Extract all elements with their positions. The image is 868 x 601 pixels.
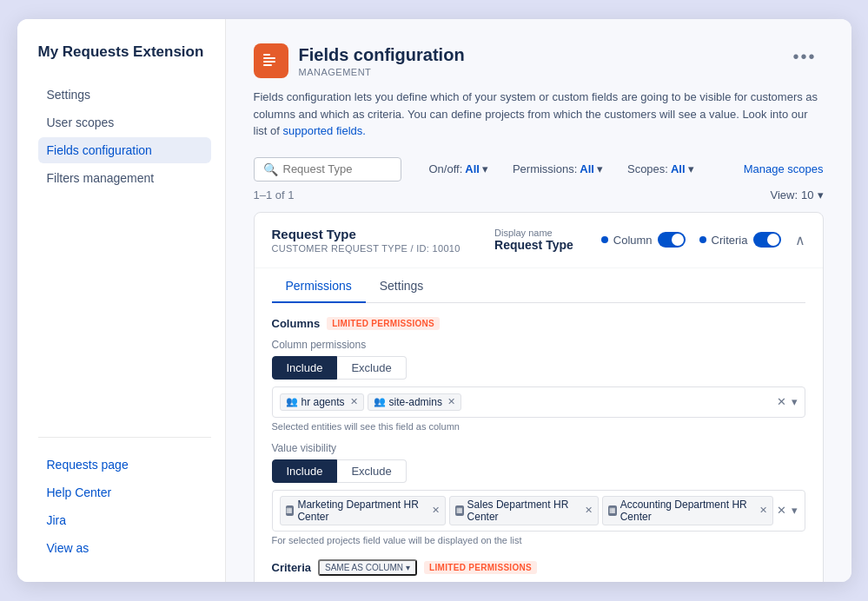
page-subtitle: MANAGEMENT xyxy=(299,67,465,77)
tag-site-admins: 👥 site-admins ✕ xyxy=(368,393,461,411)
criteria-section: Criteria SAME AS COLUMN ▾ LIMITED PERMIS… xyxy=(272,559,805,583)
search-input[interactable] xyxy=(283,162,392,175)
value-tag-input[interactable]: ▦ Marketing Department HR Center ✕ ▦ Sal… xyxy=(272,490,805,532)
main-content: Fields configuration MANAGEMENT ••• Fiel… xyxy=(226,19,851,582)
column-toggle-switch[interactable] xyxy=(658,232,686,248)
value-visibility-btn-group: Include Exclude xyxy=(272,459,805,483)
tag-hr-agents: 👥 hr agents ✕ xyxy=(280,393,364,411)
sidebar-item-filters-management[interactable]: Filters management xyxy=(38,165,211,191)
project-tag-sales-close[interactable]: ✕ xyxy=(585,505,593,516)
manage-scopes-button[interactable]: Manage scopes xyxy=(744,162,824,175)
value-tag-clear[interactable]: ✕ xyxy=(777,504,786,517)
view-select[interactable]: View: 10 ▾ xyxy=(770,188,823,201)
criteria-toggle-switch[interactable] xyxy=(753,232,781,248)
toolbar: 🔍 On/off: All ▾ Permissions: All ▾ Scope… xyxy=(254,157,824,182)
app-icon xyxy=(254,43,288,78)
more-options-button[interactable]: ••• xyxy=(785,43,823,70)
results-count: 1–1 of 1 xyxy=(254,188,295,201)
project-icon-accounting: ▦ xyxy=(608,505,617,516)
column-tag-input[interactable]: 👥 hr agents ✕ 👥 site-admins ✕ ✕ xyxy=(272,386,805,418)
column-hint: Selected entities will see this field as… xyxy=(272,421,805,432)
criteria-toggle-group: Criteria xyxy=(699,232,781,248)
tag-site-admins-close[interactable]: ✕ xyxy=(447,396,455,407)
card-subtitle: CUSTOMER REQUEST TYPE / ID: 10010 xyxy=(272,243,495,254)
value-visibility-label: Value visibility xyxy=(272,442,805,454)
description: Fields configuration lets you define whi… xyxy=(254,89,824,140)
column-permissions-btn-group: Include Exclude xyxy=(272,356,805,380)
tag-hr-agents-close[interactable]: ✕ xyxy=(350,396,358,407)
value-include-button[interactable]: Include xyxy=(272,459,338,483)
sidebar-footer-help-center[interactable]: Help Center xyxy=(38,479,211,505)
sidebar-item-user-scopes[interactable]: User scopes xyxy=(38,109,211,135)
sidebar-nav: Settings User scopes Fields configuratio… xyxy=(38,82,211,423)
search-box: 🔍 xyxy=(254,157,401,182)
tab-settings[interactable]: Settings xyxy=(366,268,438,303)
project-tag-accounting: ▦ Accounting Department HR Center ✕ xyxy=(602,496,773,525)
tag-input-clear[interactable]: ✕ xyxy=(777,395,786,408)
criteria-header: Criteria SAME AS COLUMN ▾ LIMITED PERMIS… xyxy=(272,559,805,576)
sidebar-item-fields-configuration[interactable]: Fields configuration xyxy=(38,137,211,163)
scopes-filter-button[interactable]: Scopes: All ▾ xyxy=(620,158,701,180)
project-tag-marketing: ▦ Marketing Department HR Center ✕ xyxy=(280,496,446,525)
column-permissions-label: Column permissions xyxy=(272,339,805,351)
value-tag-expand[interactable]: ▾ xyxy=(792,504,798,517)
display-name-value: Request Type xyxy=(494,238,573,252)
card-tabs: Permissions Settings xyxy=(272,268,805,303)
page-header: Fields configuration MANAGEMENT ••• xyxy=(254,43,824,78)
criteria-title: Criteria xyxy=(272,561,312,574)
sidebar-footer-jira[interactable]: Jira xyxy=(38,507,211,533)
value-exclude-button[interactable]: Exclude xyxy=(337,459,406,483)
card-title: Request Type xyxy=(272,227,495,241)
page-title: Fields configuration xyxy=(299,44,465,65)
columns-section-title: Columns LIMITED PERMISSIONS xyxy=(272,317,805,330)
supported-fields-link[interactable]: supported fields. xyxy=(282,124,365,137)
columns-section: Columns LIMITED PERMISSIONS Column permi… xyxy=(272,317,805,545)
tag-input-expand[interactable]: ▾ xyxy=(792,395,798,408)
field-card: Request Type CUSTOMER REQUEST TYPE / ID:… xyxy=(254,212,824,583)
column-include-button[interactable]: Include xyxy=(272,356,338,380)
value-hint: For selected projects field value will b… xyxy=(272,535,805,545)
project-tag-accounting-close[interactable]: ✕ xyxy=(759,505,767,516)
sidebar-footer-requests-page[interactable]: Requests page xyxy=(38,452,211,478)
column-toggle-dot xyxy=(601,236,608,243)
svg-rect-0 xyxy=(263,54,270,56)
column-exclude-button[interactable]: Exclude xyxy=(337,356,406,380)
column-toggle-label: Column xyxy=(613,234,653,247)
criteria-toggle-label: Criteria xyxy=(712,234,748,247)
card-body: Permissions Settings Columns LIMITED PER… xyxy=(255,268,823,583)
limited-permissions-badge: LIMITED PERMISSIONS xyxy=(327,317,440,330)
project-icon-sales: ▦ xyxy=(455,505,464,516)
svg-rect-1 xyxy=(263,57,275,59)
card-toggles: Column Criteria xyxy=(601,232,781,248)
sidebar-item-settings[interactable]: Settings xyxy=(38,82,211,108)
count-row: 1–1 of 1 View: 10 ▾ xyxy=(254,188,824,201)
sidebar-footer: Requests page Help Center Jira View as xyxy=(38,452,211,561)
project-tag-sales: ▦ Sales Department HR Center ✕ xyxy=(449,496,599,525)
tab-permissions[interactable]: Permissions xyxy=(272,268,366,303)
onoff-filter-button[interactable]: On/off: All ▾ xyxy=(422,158,495,180)
project-icon-marketing: ▦ xyxy=(286,505,295,516)
criteria-limited-badge: LIMITED PERMISSIONS xyxy=(424,561,537,574)
project-tag-marketing-close[interactable]: ✕ xyxy=(432,505,440,516)
display-name-label: Display name xyxy=(494,228,573,238)
svg-rect-3 xyxy=(263,64,272,66)
sidebar-footer-view-as[interactable]: View as xyxy=(38,535,211,561)
card-header: Request Type CUSTOMER REQUEST TYPE / ID:… xyxy=(255,213,823,268)
sidebar-divider xyxy=(38,437,211,438)
search-icon: 🔍 xyxy=(263,162,278,176)
permissions-filter-button[interactable]: Permissions: All ▾ xyxy=(506,158,610,180)
column-toggle-group: Column xyxy=(601,232,686,248)
same-as-column-button[interactable]: SAME AS COLUMN ▾ xyxy=(318,559,417,576)
sidebar: My Requests Extension Settings User scop… xyxy=(17,19,226,582)
svg-rect-2 xyxy=(263,61,275,63)
criteria-toggle-dot xyxy=(699,236,706,243)
sidebar-title: My Requests Extension xyxy=(38,43,211,61)
card-collapse-button[interactable]: ∧ xyxy=(795,232,805,248)
